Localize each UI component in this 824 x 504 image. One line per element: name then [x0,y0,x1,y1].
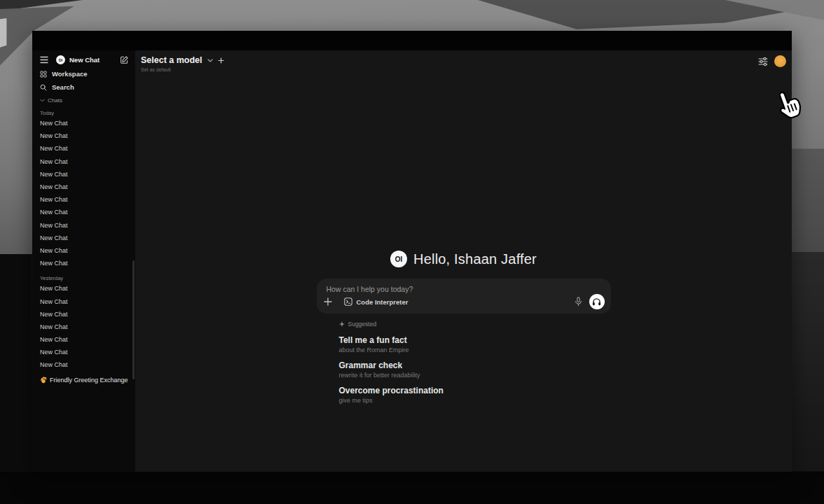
greeting-text: Hello, Ishaan Jaffer [413,251,537,267]
chat-list-item[interactable]: New Chat [40,295,135,307]
chat-list-item[interactable]: New Chat [40,282,135,295]
code-interpreter-icon [344,298,352,306]
code-interpreter-toggle[interactable]: Code Interpreter [344,298,408,306]
chat-list-item[interactable]: New Chat [40,346,135,358]
greeting: OI Hello, Ishaan Jaffer [317,248,611,270]
prompt-subtitle: give me tips [339,397,611,404]
new-chat-icon[interactable] [121,56,128,64]
chat-list-item[interactable]: New Chat [40,117,135,130]
suggested-label: Suggested [348,321,377,328]
chat-list-item[interactable]: New Chat [40,142,135,155]
sidebar-toggle-icon[interactable] [40,56,48,64]
voice-mode-button[interactable] [589,294,605,309]
set-default-label[interactable]: Set as default [141,67,786,72]
prompt-title: Grammar check [339,360,611,370]
chat-list-item[interactable]: New Chat [40,333,135,346]
app-window: OI New Chat Workspace Search [32,31,792,472]
chat-list-item[interactable]: New Chat [40,130,135,142]
chat-list-item[interactable]: New Chat [40,219,135,232]
workspace-grid-icon [40,71,47,78]
prompt-title: Overcome procrastination [339,386,611,396]
prompt-subtitle: about the Roman Empire [339,346,611,354]
suggested-prompt[interactable]: Overcome procrastination give me tips [339,386,611,404]
main-area: Select a model Set as default [135,50,792,472]
chat-list-item-named[interactable]: Friendly Greeting Exchange [40,374,135,386]
wave-hand-emoji [40,377,47,384]
chat-list-item[interactable]: New Chat [40,155,135,168]
chat-list-item[interactable]: New Chat [40,257,135,270]
chevron-down-icon [40,99,45,102]
named-chat-label: Friendly Greeting Exchange [50,377,128,384]
sidebar-scrollbar[interactable] [132,260,135,379]
chats-section-label: Chats [48,97,62,104]
add-model-icon[interactable] [218,57,224,64]
chat-group-label-yesterday: Yesterday [40,274,135,282]
prompt-title: Tell me a fun fact [339,335,611,345]
chat-group-label-today: Today [40,108,135,117]
prompt-subtitle: rewrite it for better readability [339,372,611,379]
app-top-black-bar [32,31,792,50]
chat-list-item[interactable]: New Chat [40,206,135,218]
model-selector-label[interactable]: Select a model [141,55,202,65]
headphones-icon [592,298,601,306]
sidebar-new-chat-title[interactable]: New Chat [69,56,99,64]
suggested-prompt[interactable]: Tell me a fun fact about the Roman Empir… [339,335,611,354]
sidebar: OI New Chat Workspace Search [32,50,135,472]
chat-list-item[interactable]: New Chat [40,308,135,321]
attach-plus-icon[interactable] [324,298,332,306]
sidebar-item-search[interactable]: Search [40,80,135,94]
chat-list-item[interactable]: New Chat [40,193,135,206]
chevron-down-icon [207,59,213,62]
chat-list-item[interactable]: New Chat [40,168,135,181]
search-label: Search [52,83,74,91]
chat-list-item[interactable]: New Chat [40,232,135,244]
chat-list-item[interactable]: New Chat [40,181,135,193]
chat-list-item[interactable]: New Chat [40,358,135,371]
chat-list-item[interactable]: New Chat [40,244,135,257]
search-icon [40,84,47,91]
mic-icon[interactable] [575,297,582,307]
workspace-label: Workspace [52,70,88,78]
app-logo: OI [390,251,407,267]
app-logo: OI [56,55,65,64]
chats-section-toggle[interactable]: Chats [40,96,135,104]
chat-controls-icon[interactable] [758,57,768,66]
sidebar-item-workspace[interactable]: Workspace [40,67,135,80]
sparkle-icon [339,321,345,327]
code-interpreter-label: Code Interpreter [357,298,408,306]
chat-list-item[interactable]: New Chat [40,321,135,333]
chat-composer[interactable]: Code Interpreter [317,279,611,314]
suggested-prompt[interactable]: Grammar check rewrite it for better read… [339,360,611,379]
model-selector[interactable]: Select a model [141,55,786,65]
suggested-header: Suggested [339,320,611,328]
user-avatar[interactable] [774,55,786,67]
